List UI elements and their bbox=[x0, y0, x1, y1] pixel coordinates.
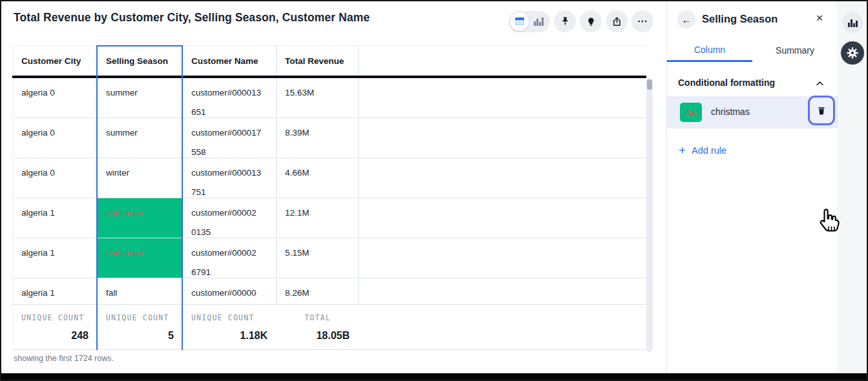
cell-customer-name[interactable]: customer#00000 1414 bbox=[183, 278, 277, 304]
summary-customer-city: UNIQUE COUNT 248 bbox=[13, 305, 98, 349]
cell-customer-name[interactable]: customer#00002 6791 bbox=[183, 238, 277, 278]
selected-column-outline bbox=[182, 45, 183, 350]
summary-value: 18.05B bbox=[316, 330, 350, 342]
bottom-bar bbox=[1, 373, 867, 380]
scrollbar-thumb[interactable] bbox=[647, 79, 652, 90]
back-arrow-icon: ← bbox=[682, 14, 692, 25]
app-window: Total Revenue by Customer City, Selling … bbox=[0, 0, 868, 381]
column-header-empty bbox=[359, 46, 646, 76]
column-settings-panel: ← Selling Season × Column Summary Condit… bbox=[666, 1, 838, 373]
table-row: algeria 0 winter customer#000013 751 4.6… bbox=[12, 158, 646, 198]
bar-chart-icon bbox=[847, 17, 858, 28]
row-count-footnote: showing the first 1724 rows. bbox=[14, 354, 114, 363]
cell-customer-name[interactable]: customer#000017 558 bbox=[183, 118, 277, 158]
insight-button[interactable] bbox=[580, 10, 602, 32]
mouse-cursor bbox=[817, 207, 843, 238]
visual-toolbar bbox=[509, 10, 653, 32]
cell-customer-city[interactable]: algeria 1 bbox=[13, 198, 98, 238]
table-row: algeria 1 christmas customer#00002 0135 … bbox=[12, 198, 646, 238]
table-row: algeria 0 summer customer#000013 651 15.… bbox=[12, 78, 646, 118]
summary-value: 5 bbox=[168, 330, 174, 342]
cell-customer-name[interactable]: customer#000013 751 bbox=[183, 158, 277, 198]
visualize-button[interactable] bbox=[842, 12, 863, 33]
cell-total-revenue[interactable]: 12.1M bbox=[277, 198, 359, 238]
cell-customer-city[interactable]: algeria 1 bbox=[13, 238, 98, 278]
tab-column[interactable]: Column bbox=[667, 39, 752, 62]
pin-button[interactable] bbox=[554, 10, 576, 32]
cell-selling-season[interactable]: winter bbox=[98, 158, 183, 198]
collapse-section-button[interactable] bbox=[815, 79, 825, 91]
gear-icon bbox=[846, 46, 859, 59]
visual-title: Total Revenue by Customer City, Selling … bbox=[14, 11, 370, 25]
cell-customer-city[interactable]: algeria 1 bbox=[13, 278, 98, 304]
cell-selling-season[interactable]: summer bbox=[98, 118, 183, 158]
column-header-selling-season[interactable]: Selling Season bbox=[98, 46, 183, 76]
cell-selling-season-highlighted[interactable]: christmas bbox=[98, 238, 183, 278]
cell-customer-city[interactable]: algeria 0 bbox=[13, 158, 98, 198]
table-row: algeria 0 summer customer#000017 558 8.3… bbox=[12, 118, 646, 158]
ellipsis-icon bbox=[637, 15, 648, 27]
lightbulb-icon bbox=[586, 16, 597, 27]
table-scrollbar[interactable] bbox=[646, 78, 653, 352]
export-share-icon bbox=[611, 16, 622, 27]
table-row-clipped: algeria 1 fall customer#00000 1414 8.26M bbox=[12, 278, 646, 305]
cell-total-revenue[interactable]: 8.26M bbox=[277, 278, 359, 304]
table-view-button[interactable] bbox=[510, 12, 529, 31]
cell-total-revenue[interactable]: 4.66M bbox=[277, 158, 359, 198]
cell-customer-name[interactable]: customer#000013 651 bbox=[183, 78, 277, 118]
column-header-customer-city[interactable]: Customer City bbox=[13, 46, 98, 76]
close-icon: × bbox=[816, 11, 823, 25]
selected-column-outline bbox=[96, 45, 98, 350]
table-summary-row: UNIQUE COUNT 248 UNIQUE COUNT 5 UNIQUE C… bbox=[12, 305, 646, 350]
rule-label: christmas bbox=[711, 107, 750, 117]
back-button[interactable]: ← bbox=[677, 10, 695, 28]
panel-title: Selling Season bbox=[702, 13, 778, 25]
column-header-total-revenue[interactable]: Total Revenue bbox=[277, 46, 359, 76]
cell-total-revenue[interactable]: 5.15M bbox=[277, 238, 359, 278]
cell-customer-city[interactable]: algeria 0 bbox=[13, 118, 98, 158]
pivot-table: Customer City Selling Season Customer Na… bbox=[12, 45, 646, 350]
rule-color-swatch[interactable]: Aa bbox=[680, 103, 702, 122]
column-header-customer-name[interactable]: Customer Name bbox=[183, 46, 277, 76]
conditional-formatting-section: Conditional formatting bbox=[667, 74, 838, 96]
bar-chart-icon bbox=[533, 16, 544, 26]
close-panel-button[interactable]: × bbox=[812, 10, 827, 26]
chart-view-button[interactable] bbox=[529, 12, 547, 31]
cell-total-revenue[interactable]: 8.39M bbox=[277, 118, 359, 158]
cell-selling-season-highlighted[interactable]: christmas bbox=[98, 198, 183, 238]
summary-total-revenue: TOTAL 18.05B bbox=[277, 305, 359, 349]
table-grid-icon bbox=[514, 16, 525, 26]
pin-icon bbox=[560, 16, 571, 27]
right-rail bbox=[839, 1, 867, 373]
cell-selling-season[interactable]: fall bbox=[98, 278, 183, 304]
more-options-button[interactable] bbox=[631, 10, 653, 32]
cell-selling-season[interactable]: summer bbox=[98, 78, 183, 118]
panel-tabs: Column Summary bbox=[667, 39, 838, 62]
settings-button[interactable] bbox=[841, 41, 864, 65]
summary-value: 248 bbox=[71, 330, 89, 342]
cell-customer-city[interactable]: algeria 0 bbox=[13, 78, 98, 118]
visual-area: Total Revenue by Customer City, Selling … bbox=[1, 1, 666, 375]
add-rule-label: Add rule bbox=[692, 145, 726, 156]
cell-customer-name[interactable]: customer#00002 0135 bbox=[183, 198, 277, 238]
export-button[interactable] bbox=[606, 10, 628, 32]
summary-customer-name: UNIQUE COUNT 1.18K bbox=[183, 305, 277, 349]
cell-total-revenue[interactable]: 15.63M bbox=[277, 78, 359, 118]
selected-column-outline bbox=[96, 45, 183, 46]
trash-icon bbox=[816, 105, 827, 116]
summary-value: 1.18K bbox=[240, 330, 268, 342]
add-rule-button[interactable]: + Add rule bbox=[679, 144, 726, 156]
section-title: Conditional formatting bbox=[678, 77, 775, 88]
tab-summary[interactable]: Summary bbox=[752, 39, 838, 62]
delete-rule-button[interactable] bbox=[808, 96, 835, 125]
plus-icon: + bbox=[679, 144, 686, 156]
summary-selling-season: UNIQUE COUNT 5 bbox=[98, 305, 183, 349]
table-header-row: Customer City Selling Season Customer Na… bbox=[12, 45, 646, 76]
formatting-rule-item[interactable]: Aa christmas bbox=[667, 96, 838, 129]
table-row: algeria 1 christmas customer#00002 6791 … bbox=[12, 238, 646, 278]
view-toggle bbox=[509, 11, 550, 32]
chevron-up-icon bbox=[815, 79, 825, 88]
